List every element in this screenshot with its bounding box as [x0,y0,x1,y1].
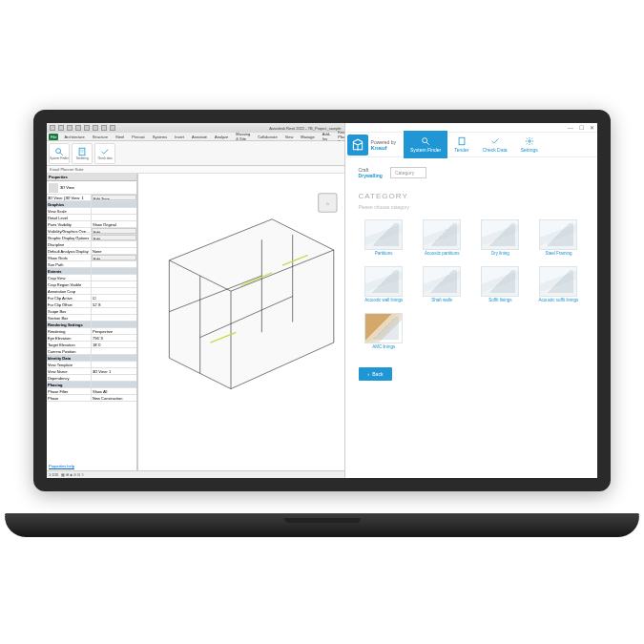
category-card[interactable]: Soffit linings [475,266,526,303]
tab-insert[interactable]: Insert [173,134,186,140]
category-dropdown[interactable]: Category [390,167,426,178]
category-thumb [481,219,519,250]
properties-help-link[interactable]: Properties help [47,462,136,470]
statusbar-icons[interactable]: ▦ ⊞ ◈ ⊙ ⊡ ≡ [61,472,84,477]
category-thumb [539,266,577,297]
tab-tender[interactable]: Tender [447,131,475,158]
category-card[interactable]: Acoustic soffit linings [533,266,584,303]
laptop-base [5,516,639,537]
tab-check-data[interactable]: Check Data [476,131,514,158]
category-thumb [481,266,519,297]
prop-row[interactable]: Default Analysis DisplayNone [47,248,136,255]
prop-row[interactable]: Sun Path [47,261,136,268]
category-label: Acoustic partitions [425,252,460,257]
type-name: 3D View [60,185,74,190]
category-label: Steel Framing [545,252,571,257]
back-button[interactable]: ‹Back [359,367,393,381]
category-card[interactable]: Acoustic wall linings [359,266,409,303]
minimize-icon[interactable]: — [568,125,573,131]
close-icon[interactable]: ✕ [590,124,594,131]
prop-row[interactable]: Show GridsEdit... [47,255,136,261]
filter-row: Craft Drywalling Category [359,167,584,178]
svg-line-20 [426,142,429,145]
prop-row[interactable]: Eye Elevation796' 3 [47,335,136,342]
back-label: Back [372,371,383,377]
category-label: Shaft walls [431,299,452,303]
prop-row[interactable]: View Template [47,362,136,368]
tab-file[interactable]: File [49,134,58,140]
prop-row[interactable]: Parts VisibilityShow Original [47,221,136,228]
prop-row[interactable]: Crop Region Visible [47,281,136,288]
prop-row[interactable]: Far Clip Active☑ [47,295,136,301]
maximize-icon[interactable]: ☐ [579,124,584,131]
prop-row[interactable]: Discipline [47,241,136,248]
prop-group-header: Identity Data [47,355,92,361]
ribbon-label: Tendering [75,156,88,160]
3d-viewport[interactable]: ⌂ [137,174,344,470]
category-card[interactable]: Steel Framing [533,219,584,257]
prop-row[interactable]: Dependency [47,375,136,382]
category-card[interactable]: AMC linings [359,313,409,350]
prop-row[interactable]: View Scale [47,208,136,215]
tab-manage[interactable]: Manage [299,134,316,140]
knauf-logo [347,135,368,156]
prop-row[interactable]: Target Elevation18' 0 [47,342,136,348]
prop-row[interactable]: View Name3D View: 1 [47,368,136,375]
ribbon-tendering[interactable]: Tendering [72,143,93,164]
ribbon-system-finder[interactable]: System Finder [49,143,70,164]
edit-type-button[interactable]: Edit Type [92,195,136,200]
category-label: Acoustic soffit linings [539,299,579,303]
ribbon-group-label: Knauf Planner Suite [47,166,344,174]
category-thumb [423,266,461,297]
window-title: Autodesk Revit 2022 - TB_Project_sample [269,126,341,131]
category-card[interactable]: Acoustic partitions [417,219,467,257]
category-card[interactable]: Partitions [359,219,409,257]
tab-precast[interactable]: Precast [130,134,147,140]
category-title: CATEGORY [359,192,584,200]
category-thumb [364,266,403,297]
svg-rect-21 [459,137,465,145]
prop-row[interactable]: Far Clip Offset52' 8 [47,301,136,308]
scale-value[interactable]: 1:100 [49,472,58,477]
category-label: Acoustic wall linings [364,299,403,303]
instance-dropdown[interactable]: 3D View: {3D View: 1 [47,195,92,200]
tab-view[interactable]: View [283,134,296,140]
ribbon-tabs[interactable]: File Architecture Structure Steel Precas… [47,133,344,141]
tab-steel[interactable]: Steel [114,134,126,140]
tab-systems[interactable]: Systems [151,134,169,140]
tab-settings[interactable]: Settings [514,131,545,158]
prop-row[interactable]: Phase FilterShow All [47,388,136,395]
panel-header: Powered by Knauf System Finder Tender Ch… [345,133,597,157]
powered-by-label: Powered by [371,139,396,145]
svg-point-0 [56,148,61,153]
cube-icon [49,183,58,193]
brand-name: Knauf [371,145,396,151]
svg-point-22 [528,140,530,143]
svg-text:⌂: ⌂ [326,200,329,206]
quick-access-toolbar[interactable] [50,125,115,131]
prop-row[interactable]: Annotation Crop [47,288,136,295]
prop-row[interactable]: Scope Box [47,308,136,315]
tab-collaborate[interactable]: Collaborate [256,134,279,140]
prop-row[interactable]: Crop View [47,275,136,281]
prop-row[interactable]: RenderingPerspective [47,328,136,335]
category-label: Dry lining [491,252,509,257]
knauf-panel: — ☐ ✕ Powered by Knauf System Finder Ten… [344,123,597,478]
tab-architecture[interactable]: Architecture [62,134,86,140]
prop-row[interactable]: Section Box [47,315,136,322]
type-selector[interactable]: 3D View [47,181,136,195]
prop-row[interactable]: Detail Level [47,215,136,221]
category-subtitle: Please choose category [359,204,584,210]
category-card[interactable]: Shaft walls [417,266,467,303]
prop-row[interactable]: PhaseNew Construction [47,395,136,402]
tab-structure[interactable]: Structure [91,134,110,140]
ribbon-check-data[interactable]: Check data [94,143,115,164]
prop-row[interactable]: Graphic Display OptionsEdit... [47,235,136,241]
svg-point-19 [423,138,427,143]
tab-system-finder[interactable]: System Finder [404,131,447,158]
prop-row[interactable]: Camera Position [47,348,136,355]
tab-annotate[interactable]: Annotate [190,134,209,140]
tab-analyze[interactable]: Analyze [213,134,230,140]
category-card[interactable]: Dry lining [475,219,526,257]
prop-row[interactable]: Visibility/Graphics Ove…Edit... [47,228,136,235]
